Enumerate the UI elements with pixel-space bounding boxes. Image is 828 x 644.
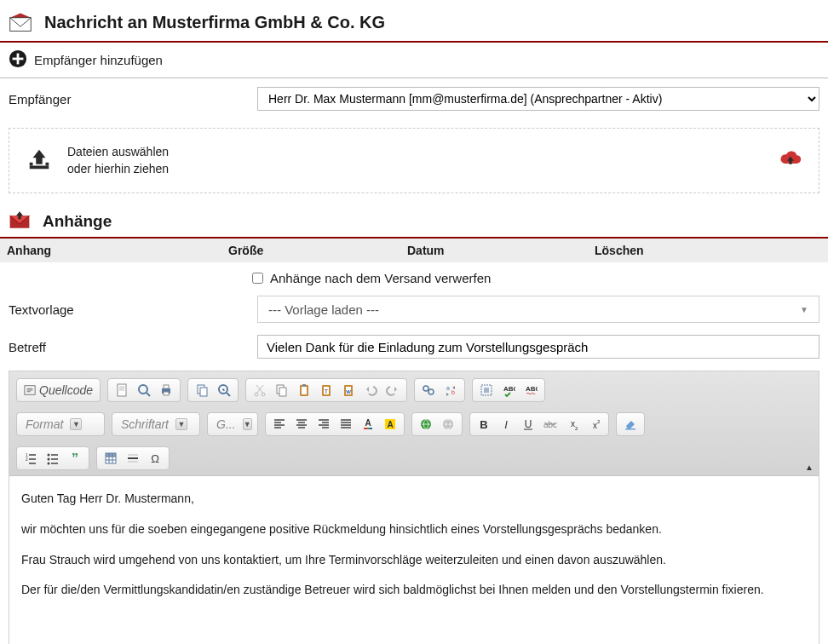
svg-rect-69 xyxy=(128,457,138,459)
svg-rect-43 xyxy=(364,428,367,429)
subject-label: Betreff xyxy=(9,340,247,354)
cut-icon[interactable] xyxy=(250,381,270,400)
col-anhang: Anhang xyxy=(7,244,228,257)
source-button[interactable]: Quellcode xyxy=(16,378,101,402)
svg-text:a: a xyxy=(446,385,450,391)
rich-text-editor: Quellcode T W ab ABC ABC xyxy=(9,371,819,644)
unlink-icon[interactable] xyxy=(438,415,458,434)
strike-icon[interactable]: abc xyxy=(540,415,561,434)
align-left-icon[interactable] xyxy=(269,415,290,434)
svg-rect-1 xyxy=(10,18,32,32)
subject-input[interactable] xyxy=(257,335,819,359)
remove-format-icon[interactable] xyxy=(620,415,641,434)
spellcheck-icon[interactable]: ABC xyxy=(498,381,519,400)
print-icon[interactable] xyxy=(156,381,176,400)
svg-text:b: b xyxy=(451,389,455,395)
paste-text-icon[interactable]: T xyxy=(316,381,336,400)
body-p3: Frau Strauch wird umgehend von uns konta… xyxy=(21,551,807,570)
replace-icon[interactable]: ab xyxy=(440,381,461,400)
svg-rect-5 xyxy=(30,166,49,170)
body-p1: Guten Tag Herr Dr. Mustermann, xyxy=(21,490,807,509)
svg-text:W: W xyxy=(346,389,351,394)
redo-icon[interactable] xyxy=(382,381,403,400)
upload-icon xyxy=(26,147,52,175)
attachments-header: Anhänge xyxy=(0,202,828,239)
underline-icon[interactable]: U xyxy=(518,415,538,434)
align-center-icon[interactable] xyxy=(291,415,312,434)
preview-icon[interactable] xyxy=(134,381,154,400)
superscript-icon[interactable]: x2 xyxy=(584,415,605,434)
hr-icon[interactable] xyxy=(123,449,143,468)
svg-rect-15 xyxy=(164,392,169,395)
size-combo[interactable]: G...▼ xyxy=(207,412,258,436)
find-icon[interactable] xyxy=(418,381,439,400)
copy-icon[interactable] xyxy=(192,381,212,400)
svg-text:2: 2 xyxy=(575,426,578,431)
template-select[interactable]: --- Vorlage laden --- ▼ xyxy=(257,296,819,323)
recipient-row: Empfänger Herr Dr. Max Mustermann [mm@mu… xyxy=(0,78,828,119)
discard-after-send-row: Anhänge nach dem Versand verwerfen xyxy=(0,262,828,290)
unordered-list-icon[interactable] xyxy=(43,449,63,468)
svg-text:Ω: Ω xyxy=(151,452,159,465)
font-combo[interactable]: Schriftart▼ xyxy=(112,412,200,436)
svg-rect-44 xyxy=(367,428,370,429)
discard-label: Anhänge nach dem Versand verwerfen xyxy=(270,271,491,285)
svg-text:2: 2 xyxy=(26,457,28,462)
ordered-list-icon[interactable]: 12 xyxy=(20,449,41,468)
new-page-icon[interactable] xyxy=(112,381,132,400)
svg-text:I: I xyxy=(504,418,508,431)
bold-icon[interactable]: B xyxy=(474,415,494,434)
align-justify-icon[interactable] xyxy=(336,415,356,434)
svg-text:ABC: ABC xyxy=(503,385,515,393)
spellcheck-toggle-icon[interactable]: ABC xyxy=(520,381,541,400)
svg-rect-14 xyxy=(164,385,169,388)
format-combo[interactable]: Format▼ xyxy=(16,412,105,436)
align-right-icon[interactable] xyxy=(313,415,334,434)
col-groesse: Größe xyxy=(228,244,407,257)
attachments-table-header: Anhang Größe Datum Löschen xyxy=(0,239,828,262)
text-color-icon[interactable]: A xyxy=(358,415,378,434)
discard-checkbox[interactable] xyxy=(252,273,263,284)
svg-rect-6 xyxy=(30,163,33,166)
attachments-title: Anhänge xyxy=(43,212,112,231)
italic-icon[interactable]: I xyxy=(496,415,516,434)
undo-icon[interactable] xyxy=(360,381,381,400)
svg-text:A: A xyxy=(365,418,371,428)
paste-word-icon[interactable]: W xyxy=(338,381,359,400)
svg-rect-4 xyxy=(13,58,24,60)
select-all-icon[interactable] xyxy=(476,381,497,400)
copy2-icon[interactable] xyxy=(272,381,292,400)
svg-rect-26 xyxy=(302,384,306,387)
attachment-envelope-icon xyxy=(9,210,31,232)
upload-dropzone[interactable]: Dateien auswählen oder hierhin ziehen xyxy=(9,128,819,193)
paste-clipboard-icon[interactable] xyxy=(294,381,314,400)
svg-text:ABC: ABC xyxy=(526,385,538,393)
special-char-icon[interactable]: Ω xyxy=(145,449,165,468)
body-p4: Der für die/den Vermittlungskandidatin/e… xyxy=(21,581,807,600)
recipient-select[interactable]: Herr Dr. Max Mustermann [mm@musterfirma.… xyxy=(257,87,819,111)
svg-rect-17 xyxy=(200,388,207,396)
svg-rect-23 xyxy=(279,388,286,396)
subject-row: Betreff xyxy=(0,328,828,367)
template-row: Textvorlage --- Vorlage laden --- ▼ xyxy=(0,290,828,328)
subscript-icon[interactable]: x2 xyxy=(562,415,583,434)
svg-point-11 xyxy=(139,385,147,394)
svg-text:2: 2 xyxy=(597,419,601,424)
toolbar-collapse-icon[interactable]: ▲ xyxy=(805,463,814,472)
link-icon[interactable] xyxy=(416,415,436,434)
bg-color-icon[interactable]: A xyxy=(380,415,400,434)
chevron-down-icon: ▼ xyxy=(800,305,808,314)
table-icon[interactable] xyxy=(101,449,121,468)
editor-content[interactable]: Guten Tag Herr Dr. Mustermann, wir möcht… xyxy=(9,476,819,644)
svg-line-12 xyxy=(147,393,150,396)
upload-line2: oder hierhin ziehen xyxy=(67,161,169,178)
paste-icon[interactable] xyxy=(214,381,234,400)
svg-rect-25 xyxy=(302,387,307,394)
cloud-upload-icon[interactable] xyxy=(779,150,802,171)
svg-point-64 xyxy=(48,458,50,461)
blockquote-icon[interactable]: ” xyxy=(65,449,85,468)
svg-rect-7 xyxy=(46,163,49,166)
page-header: Nachricht an Musterfirma GmbH & Co. KG xyxy=(0,0,828,43)
add-recipient-row[interactable]: Empfänger hinzufügen xyxy=(0,43,828,78)
col-loeschen: Löschen xyxy=(595,244,821,257)
